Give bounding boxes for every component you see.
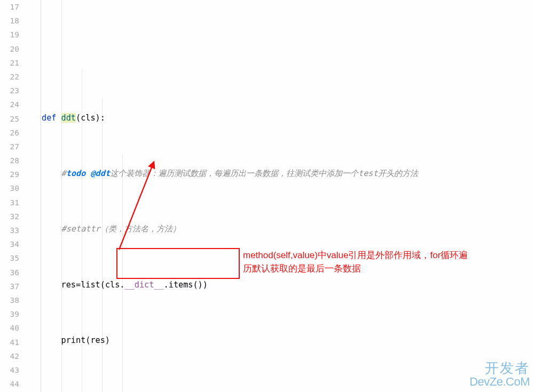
line-number: 29 [0, 167, 30, 181]
line-number: 26 [0, 126, 30, 140]
line-number: 33 [0, 223, 30, 237]
line-number: 36 [0, 266, 30, 279]
line-number: 20 [0, 42, 30, 56]
line-number-gutter: 17 18 19 20 21 22 23 24 25 26 27 28 29 3… [0, 0, 30, 392]
line-number: 40 [0, 321, 30, 335]
line-number: 31 [0, 196, 30, 210]
line-number: 17 [0, 0, 30, 14]
line-number: 41 [0, 335, 30, 349]
annotation-text: method(self,value)中value引用是外部作用域，for循环遍 … [243, 249, 534, 275]
code-line[interactable]: #todo @ddt这个装饰器：遍历测试数据，每遍历出一条数据，往测试类中添加一… [42, 166, 533, 180]
line-number: 22 [0, 70, 30, 84]
code-line[interactable]: for name,method in res: [42, 389, 533, 392]
fold-column[interactable] [30, 0, 41, 392]
line-number: 23 [0, 84, 30, 98]
line-number: 21 [0, 56, 30, 70]
line-number: 38 [0, 293, 30, 307]
line-number: 34 [0, 237, 30, 251]
line-number: 19 [0, 28, 30, 42]
code-line[interactable]: def ddt(cls): [42, 111, 533, 125]
line-number: 18 [0, 14, 30, 28]
line-number: 39 [0, 307, 30, 321]
line-number: 28 [0, 154, 30, 167]
line-number: 27 [0, 140, 30, 154]
line-number: 32 [0, 210, 30, 223]
code-line[interactable]: print(res) [42, 333, 533, 347]
code-editor[interactable]: def ddt(cls): #todo @ddt这个装饰器：遍历测试数据，每遍历… [42, 0, 533, 392]
line-number: 43 [0, 363, 30, 377]
line-number: 42 [0, 349, 30, 363]
line-number: 30 [0, 181, 30, 195]
line-number: 35 [0, 251, 30, 265]
code-line[interactable]: res=list(cls.__dict__.items()) [42, 278, 533, 292]
line-number: 25 [0, 112, 30, 126]
line-number: 24 [0, 98, 30, 111]
line-number: 37 [0, 279, 30, 293]
code-line[interactable]: #setattr（类，方法名，方法） [42, 222, 533, 236]
line-number: 44 [0, 377, 30, 391]
